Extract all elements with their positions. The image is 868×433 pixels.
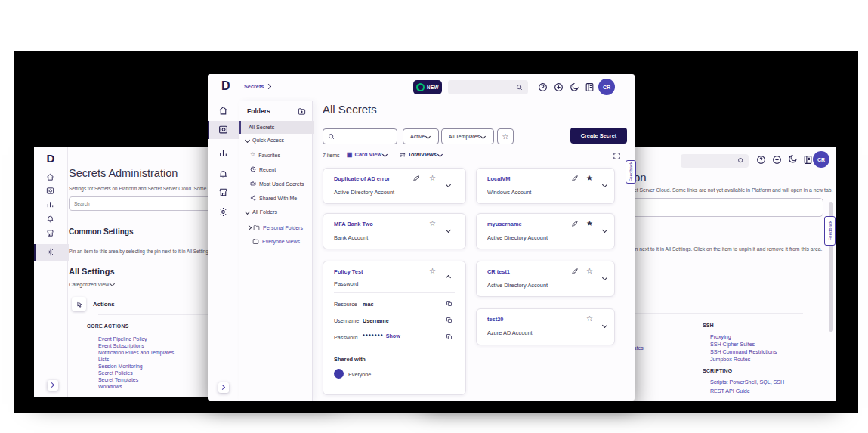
star-icon[interactable]: ☆ — [429, 268, 436, 275]
show-password-link[interactable]: Show — [386, 332, 400, 339]
fullscreen-expand-icon[interactable] — [613, 152, 621, 160]
link-session-monitoring[interactable]: Session Monitoring — [98, 363, 143, 369]
user-avatar[interactable]: CR — [598, 79, 615, 95]
all-settings-heading: All Settings — [69, 267, 115, 276]
folder-group-all-folders[interactable]: All Folders — [244, 209, 277, 215]
folder-item-personal-folders[interactable]: Personal Folders — [246, 224, 303, 231]
delinea-logo: D — [221, 79, 230, 93]
view-selector[interactable]: Categorized View — [69, 282, 116, 287]
analytics-icon[interactable] — [46, 200, 54, 209]
sort-icon — [399, 151, 406, 158]
status-filter-select[interactable]: Active — [403, 128, 439, 144]
secret-card-duplicate-of-ad-error[interactable]: Duplicate of AD error Active Directory A… — [323, 168, 466, 204]
secret-card-test20[interactable]: test20 Azure AD Account ☆ — [476, 308, 615, 345]
expand-sidebar-button[interactable] — [48, 380, 58, 391]
folder-item-favorites[interactable]: ☆ Favorites — [250, 152, 280, 158]
secret-template: Windows Account — [487, 189, 531, 196]
launch-rocket-icon[interactable] — [571, 175, 579, 182]
feedback-tab[interactable]: Feedback — [626, 160, 636, 184]
folder-item-all-secrets[interactable]: All Secrets — [239, 121, 314, 134]
dark-mode-moon-icon[interactable] — [570, 82, 579, 92]
breadcrumb[interactable]: Secrets — [244, 83, 272, 90]
dark-mode-moon-icon[interactable] — [788, 154, 798, 164]
link-ssh-cipher-suites[interactable]: SSH Cipher Suites — [710, 342, 755, 348]
help-icon[interactable] — [538, 82, 548, 92]
actions-category-label[interactable]: Actions — [93, 301, 115, 308]
star-filled-icon[interactable]: ★ — [586, 175, 593, 182]
user-avatar[interactable]: CR — [813, 151, 829, 168]
global-search-input[interactable] — [681, 154, 749, 168]
copy-icon[interactable] — [446, 333, 453, 340]
secrets-search-input[interactable] — [323, 128, 397, 144]
launch-rocket-icon[interactable] — [412, 175, 420, 182]
secret-card-mfa-bank-two[interactable]: MFA Bank Two Bank Account ☆ — [323, 213, 466, 249]
chevron-down-icon[interactable] — [601, 222, 608, 236]
sort-by-select[interactable]: TotalViews — [399, 151, 443, 158]
link-secret-templates[interactable]: Secret Templates — [98, 377, 138, 382]
marketplace-store-icon[interactable] — [46, 229, 54, 237]
chevron-up-icon[interactable] — [445, 270, 452, 283]
link-scripts-powershell[interactable]: Scripts: PowerShell, SQL, SSH — [710, 379, 784, 385]
create-secret-button[interactable]: Create Secret — [570, 128, 627, 144]
home-icon[interactable] — [46, 173, 54, 181]
folder-group-quick-access[interactable]: Quick Access — [244, 138, 284, 143]
copy-icon[interactable] — [446, 317, 453, 323]
analytics-icon[interactable] — [218, 148, 228, 158]
secret-card-myusername[interactable]: myusername Active Directory Account ★ — [476, 213, 615, 249]
template-filter-select[interactable]: All Templates — [441, 128, 494, 144]
link-event-pipeline-policy[interactable]: Event Pipeline Policy — [98, 336, 147, 342]
chevron-down-icon[interactable] — [601, 177, 608, 190]
link-proxying[interactable]: Proxying — [710, 334, 731, 340]
link-notification-rules[interactable]: Notification Rules and Templates — [98, 350, 174, 355]
new-folder-icon[interactable] — [298, 107, 306, 116]
folder-item-shared-with-me[interactable]: Shared With Me — [250, 195, 297, 201]
link-event-subscriptions[interactable]: Event Subscriptions — [98, 343, 144, 348]
link-jumpbox-routes[interactable]: Jumpbox Routes — [710, 357, 750, 363]
notifications-bell-icon[interactable] — [46, 215, 54, 223]
settings-search-input[interactable] — [626, 198, 823, 217]
chevron-down-icon[interactable] — [445, 177, 452, 190]
marketplace-store-icon[interactable] — [218, 187, 228, 197]
link-workflows[interactable]: Workflows — [98, 384, 122, 389]
secret-card-localvm[interactable]: LocalVM Windows Account ★ — [476, 168, 615, 204]
gear-icon[interactable] — [218, 207, 228, 217]
launch-rocket-icon[interactable] — [571, 268, 579, 275]
add-icon[interactable] — [772, 155, 782, 165]
expand-sidebar-button[interactable] — [218, 382, 229, 393]
secret-card-policy-test[interactable]: Policy Test ☆ Password Resource mac User… — [323, 261, 466, 395]
global-search-input[interactable] — [448, 80, 528, 94]
chevron-down-icon[interactable] — [601, 270, 608, 283]
link-ssh-command-restrictions[interactable]: SSH Command Restrictions — [710, 349, 777, 355]
gear-icon[interactable] — [46, 248, 54, 256]
star-filled-icon[interactable]: ★ — [586, 220, 593, 227]
link-secret-policies[interactable]: Secret Policies — [98, 370, 133, 376]
notifications-bell-icon[interactable] — [218, 169, 228, 179]
star-icon[interactable]: ☆ — [429, 175, 436, 182]
link-lists[interactable]: Lists — [98, 357, 109, 362]
star-icon[interactable]: ☆ — [429, 220, 436, 227]
folder-item-everyone-views[interactable]: Everyone Views — [252, 238, 300, 245]
new-button[interactable]: NEW — [413, 80, 442, 94]
delinea-green-logo-icon — [416, 83, 425, 91]
help-icon[interactable] — [756, 155, 766, 165]
chevron-down-icon[interactable] — [445, 222, 452, 236]
folder-item-recent[interactable]: Recent — [250, 166, 276, 172]
add-icon[interactable] — [554, 82, 564, 92]
launch-rocket-icon[interactable] — [571, 220, 579, 227]
view-mode-select[interactable]: ▦ Card View — [347, 151, 388, 158]
secrets-vault-icon[interactable] — [218, 125, 228, 135]
secret-card-cr-test1[interactable]: CR test1 Active Directory Account ☆ — [476, 261, 615, 297]
release-notes-book-icon[interactable] — [803, 155, 813, 165]
link-rest-api-guide[interactable]: REST API Guide — [710, 388, 750, 394]
copy-icon[interactable] — [446, 300, 453, 307]
release-notes-book-icon[interactable] — [585, 82, 595, 92]
chevron-down-icon[interactable] — [601, 317, 608, 331]
star-icon[interactable]: ☆ — [586, 315, 593, 323]
divider — [334, 292, 455, 293]
secrets-vault-icon[interactable] — [46, 187, 54, 195]
feedback-tab[interactable]: Feedback — [824, 216, 836, 246]
favorites-filter-button[interactable]: ☆ — [497, 128, 514, 144]
home-icon[interactable] — [218, 106, 228, 116]
folder-item-most-used[interactable]: Most Used Secrets — [250, 181, 304, 187]
star-icon[interactable]: ☆ — [586, 268, 593, 275]
